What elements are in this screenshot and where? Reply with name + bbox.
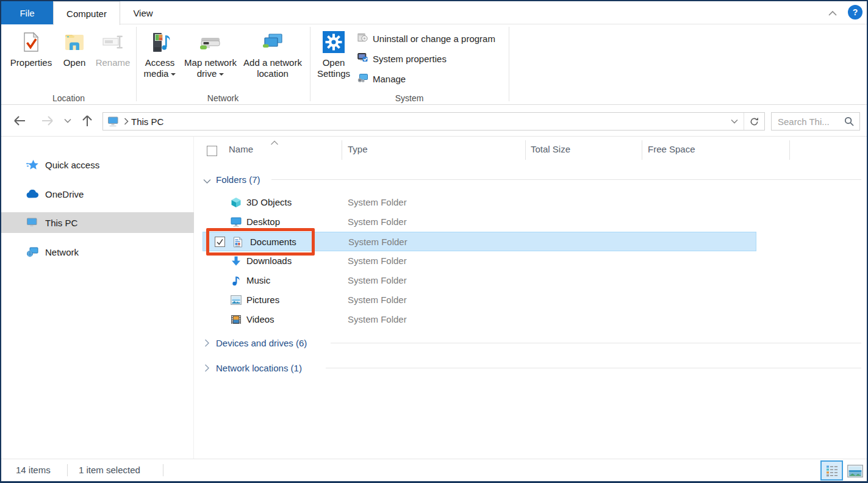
access-media-button[interactable]: Access media xyxy=(140,30,180,79)
manage-icon xyxy=(357,73,368,85)
chevron-down-icon xyxy=(64,118,71,123)
row-checkbox-checked[interactable] xyxy=(215,237,225,247)
rename-label: Rename xyxy=(96,57,131,68)
dropdown-caret-icon xyxy=(171,73,176,76)
sidebar-item-label: This PC xyxy=(45,218,77,228)
group-label[interactable]: Folders (7) xyxy=(216,174,260,185)
tab-file[interactable]: File xyxy=(1,1,53,24)
status-bar: 14 items 1 item selected xyxy=(1,459,867,481)
column-header-total-size[interactable]: Total Size xyxy=(531,144,570,154)
file-name: Videos xyxy=(246,314,274,324)
documents-icon xyxy=(232,237,243,248)
location-group-label: Location xyxy=(1,93,136,104)
column-divider[interactable] xyxy=(525,140,526,160)
large-icons-view-button[interactable] xyxy=(847,463,864,478)
manage-button[interactable]: Manage xyxy=(357,71,406,86)
file-row-music[interactable]: Music System Folder xyxy=(203,271,756,290)
file-name: Music xyxy=(246,275,270,285)
search-input[interactable] xyxy=(772,116,844,127)
sidebar-item-label: OneDrive xyxy=(45,189,84,199)
address-bar[interactable]: This PC xyxy=(102,112,765,131)
chevron-up-icon xyxy=(828,10,838,16)
tab-computer-label: Computer xyxy=(66,9,107,19)
open-button[interactable]: Open xyxy=(57,30,91,68)
column-header-name[interactable]: Name xyxy=(229,144,253,154)
search-icon[interactable] xyxy=(844,116,854,126)
sidebar-item-this-pc[interactable]: This PC xyxy=(1,212,194,233)
checkmark-icon xyxy=(216,238,224,246)
network-group-label: Network xyxy=(136,93,310,104)
chevron-right-icon[interactable] xyxy=(204,363,210,374)
chevron-down-icon[interactable] xyxy=(203,176,211,187)
group-separator xyxy=(310,27,310,101)
file-type: System Folder xyxy=(348,295,407,305)
computer-icon xyxy=(26,216,39,229)
3d-objects-icon xyxy=(231,197,242,208)
ribbon: Properties Open Rename Location Access m… xyxy=(1,24,867,105)
open-settings-button[interactable]: Open Settings xyxy=(315,30,352,79)
properties-icon xyxy=(20,30,43,54)
network-drive-icon xyxy=(199,30,222,54)
group-label[interactable]: Network locations (1) xyxy=(216,363,302,373)
up-button[interactable] xyxy=(79,113,95,128)
search-box xyxy=(771,112,860,131)
system-properties-button[interactable]: System properties xyxy=(357,51,447,66)
file-type: System Folder xyxy=(348,216,407,227)
column-divider[interactable] xyxy=(789,140,790,160)
column-divider[interactable] xyxy=(642,140,642,160)
collapse-ribbon-button[interactable] xyxy=(825,7,841,20)
column-header-type[interactable]: Type xyxy=(348,144,368,154)
onedrive-cloud-icon xyxy=(26,188,39,200)
tab-view[interactable]: View xyxy=(120,1,166,24)
downloads-icon xyxy=(231,256,242,267)
sidebar-item-network[interactable]: Network xyxy=(1,242,194,262)
file-row-pictures[interactable]: Pictures System Folder xyxy=(203,290,756,310)
column-divider[interactable] xyxy=(342,140,342,160)
file-type: System Folder xyxy=(348,237,407,247)
back-button[interactable] xyxy=(10,114,29,127)
tab-file-label: File xyxy=(20,8,34,18)
ribbon-tab-bar: File Computer View ? xyxy=(1,1,867,24)
main-area: Quick access OneDrive This PC Network xyxy=(1,137,867,459)
uninstall-program-button[interactable]: Uninstall or change a program xyxy=(357,31,495,46)
file-name: Downloads xyxy=(246,256,292,266)
properties-button[interactable]: Properties xyxy=(6,30,56,68)
file-row-videos[interactable]: Videos System Folder xyxy=(203,310,756,329)
select-all-checkbox[interactable] xyxy=(207,146,217,156)
chevron-right-icon[interactable] xyxy=(204,338,210,349)
map-network-drive-label: Map network drive xyxy=(184,57,237,79)
breadcrumb-location[interactable]: This PC xyxy=(131,116,163,127)
rename-icon xyxy=(101,30,124,54)
item-count: 14 items xyxy=(16,465,51,475)
help-button[interactable]: ? xyxy=(848,5,863,20)
details-view-button[interactable] xyxy=(820,460,843,481)
group-separator xyxy=(136,27,137,101)
file-row-documents[interactable]: Documents System Folder xyxy=(203,232,756,251)
map-network-drive-button[interactable]: Map network drive xyxy=(182,30,239,79)
up-arrow-icon xyxy=(81,114,93,127)
recent-locations-dropdown[interactable] xyxy=(62,117,73,124)
file-row-desktop[interactable]: Desktop System Folder xyxy=(203,212,756,232)
group-label[interactable]: Devices and drives (6) xyxy=(216,338,307,348)
tab-computer[interactable]: Computer xyxy=(53,1,120,25)
uninstall-program-icon xyxy=(357,32,368,45)
column-header-free-space[interactable]: Free Space xyxy=(648,144,695,154)
system-properties-label: System properties xyxy=(373,54,447,64)
group-separator xyxy=(509,27,509,101)
file-type: System Folder xyxy=(348,275,407,285)
file-explorer-window: File Computer View ? Properties Open xyxy=(0,0,868,483)
music-icon xyxy=(231,275,242,286)
sidebar-item-label: Quick access xyxy=(45,160,99,170)
sort-ascending-icon xyxy=(270,137,279,148)
status-bar-divider xyxy=(163,464,163,476)
file-row-3d-objects[interactable]: 3D Objects System Folder xyxy=(203,193,756,212)
network-globe-icon xyxy=(26,246,39,258)
refresh-button[interactable] xyxy=(744,117,764,126)
address-bar-row: This PC xyxy=(1,105,867,137)
forward-button-disabled[interactable] xyxy=(38,114,57,127)
address-dropdown-button[interactable] xyxy=(725,119,744,124)
group-divider-line xyxy=(271,179,861,180)
file-row-downloads[interactable]: Downloads System Folder xyxy=(203,251,756,271)
forward-arrow-icon xyxy=(40,115,55,127)
add-network-location-button[interactable]: Add a network location xyxy=(240,30,306,79)
